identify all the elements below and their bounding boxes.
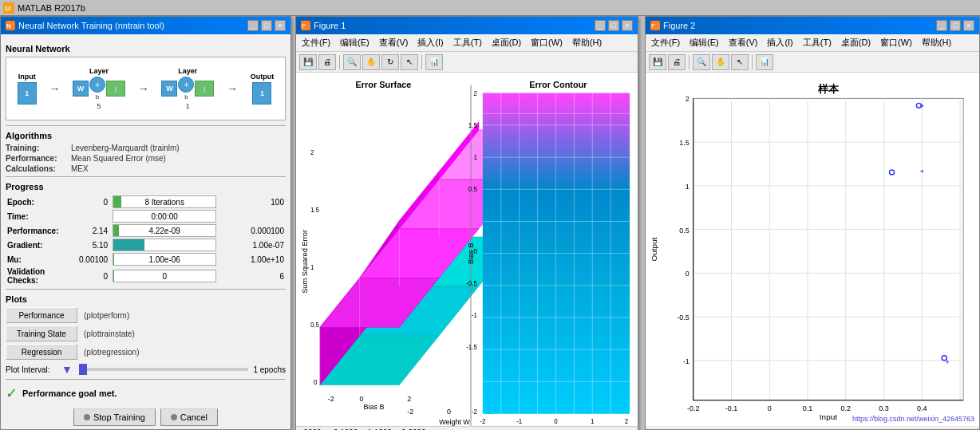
- performance-plot-fn: (plotperform): [84, 311, 129, 320]
- figure1-menu-file[interactable]: 文件(F): [299, 36, 333, 49]
- performance-plot-button[interactable]: Performance: [6, 307, 77, 323]
- training-state-plot-button[interactable]: Training State: [6, 325, 77, 341]
- figure2-close[interactable]: ×: [963, 20, 974, 31]
- fig2-tool-data[interactable]: 📊: [756, 54, 773, 70]
- figure1-maximize[interactable]: □: [608, 20, 619, 31]
- fig1-tool-data[interactable]: 📊: [425, 54, 443, 70]
- plot-interval-row: Plot Interval: ▼ 1 epochs: [6, 363, 286, 376]
- training-state-plot-fn: (plottrainstate): [84, 329, 135, 338]
- layer2-node: Layer W + b ∫ 1: [161, 67, 214, 110]
- svg-text:Weight W: Weight W: [439, 418, 470, 426]
- watermark-text: https://blog.csdn.net/weixin_42645763: [852, 415, 974, 423]
- fig1-tool-save[interactable]: 💾: [299, 54, 317, 70]
- figure1-bottom: -0000 -0.1999 1.1999 2.0000: [296, 426, 638, 430]
- arrow1: →: [49, 82, 60, 95]
- val-checks-label: Validation Checks:: [6, 266, 77, 286]
- figure1-menu-edit[interactable]: 编辑(E): [338, 36, 372, 49]
- epoch-label: Epoch:: [6, 195, 77, 209]
- figure2-menu-window[interactable]: 窗口(W): [878, 36, 915, 49]
- figure1-svg: Error Surface Sum Squared Error: [296, 73, 638, 426]
- interval-arrow-icon: ▼: [61, 363, 73, 376]
- figure2-menu-view[interactable]: 查看(V): [726, 36, 761, 49]
- mu-left: 0.00100: [77, 252, 111, 266]
- layer1-label: Layer: [89, 67, 109, 75]
- fig2-tool-save[interactable]: 💾: [649, 54, 666, 70]
- act-box-2: ∫: [195, 81, 214, 97]
- fig2-toolbar-sep2: [752, 55, 753, 69]
- svg-text:2: 2: [310, 149, 314, 156]
- svg-text:+: +: [920, 168, 924, 176]
- perf-progress-bar: 4.22e-09: [113, 224, 216, 237]
- figure2-maximize[interactable]: □: [950, 20, 961, 31]
- output-label: Output: [251, 73, 275, 81]
- cancel-button[interactable]: Cancel: [160, 408, 218, 426]
- fig1-tool-pan[interactable]: ✋: [362, 54, 380, 70]
- perf-bar-text: 4.22e-09: [113, 227, 215, 235]
- minimize-button[interactable]: _: [247, 20, 259, 31]
- figure1-menu-window[interactable]: 窗口(W): [528, 36, 565, 49]
- nn-window-title: Neural Network Training (nntrain tool): [18, 21, 164, 30]
- svg-text:0.1: 0.1: [803, 404, 812, 412]
- layer2-count: 1: [186, 102, 190, 110]
- figure2-minimize[interactable]: _: [936, 20, 947, 31]
- figure2-menu-insert[interactable]: 插入(I): [765, 36, 795, 49]
- plot-interval-slider[interactable]: [79, 368, 249, 371]
- figure2-menu-desktop[interactable]: 桌面(D): [839, 36, 873, 49]
- figure1-menu-tools[interactable]: 工具(T): [451, 36, 484, 49]
- figure2-menu-edit[interactable]: 编辑(E): [687, 36, 721, 49]
- figure1-close[interactable]: ×: [622, 20, 633, 31]
- fig1-tool-rotate[interactable]: ↻: [381, 54, 399, 70]
- val-checks-left: 0: [77, 266, 111, 286]
- close-button[interactable]: ×: [275, 20, 286, 31]
- progress-table: Epoch: 0 8 Iterations 100 Time: 0:00:00: [6, 195, 286, 286]
- performance-plot-row: Performance (plotperform): [6, 307, 286, 323]
- arrow2: →: [138, 82, 149, 95]
- epoch-right: 100: [246, 195, 286, 209]
- gradient-bar-text: 3.33e-05: [113, 241, 215, 250]
- svg-text:0.4: 0.4: [917, 404, 927, 412]
- figure2-menu-file[interactable]: 文件(F): [649, 36, 682, 49]
- regression-plot-row: Regression (plotregression): [6, 344, 286, 360]
- fig2-tool-pan[interactable]: ✋: [712, 54, 729, 70]
- svg-text:Error Surface: Error Surface: [356, 79, 412, 89]
- gradient-progress-bar: 3.33e-05: [113, 239, 216, 251]
- epoch-row: Epoch: 0 8 Iterations 100: [6, 195, 286, 209]
- figure1-menu-view[interactable]: 查看(V): [377, 36, 411, 49]
- training-state-plot-row: Training State (plottrainstate): [6, 325, 286, 341]
- svg-text:-0.5: -0.5: [466, 280, 477, 287]
- figure1-menu-insert[interactable]: 插入(I): [415, 36, 445, 49]
- fig1-tool-cursor[interactable]: ↖: [401, 54, 418, 70]
- maximize-button[interactable]: □: [261, 20, 272, 31]
- figure2-titlebar: F Figure 2 _ □ ×: [646, 17, 979, 34]
- figure1-window: F Figure 1 _ □ × 文件(F) 编辑(E) 查看(V) 插入(I)…: [295, 16, 638, 430]
- figure2-menu-help[interactable]: 帮助(H): [919, 36, 954, 49]
- mu-right: 1.00e+10: [246, 252, 286, 266]
- svg-text:-0.5: -0.5: [677, 314, 689, 322]
- mu-row: Mu: 0.00100 1.00e-06 1.00e+10: [6, 252, 286, 266]
- figure1-content: Error Surface Sum Squared Error: [296, 73, 638, 426]
- fig2-tool-cursor[interactable]: ↖: [731, 54, 749, 70]
- perf-right: 0.000100: [246, 223, 286, 238]
- nn-training-window: N Neural Network Training (nntrain tool)…: [0, 16, 291, 430]
- time-progress-bar: 0:00:00: [113, 210, 216, 223]
- stop-training-button[interactable]: Stop Training: [73, 408, 156, 426]
- svg-text:-1: -1: [683, 357, 690, 365]
- epoch-progress-bar: 8 Iterations: [113, 195, 216, 208]
- figure1-minimize[interactable]: _: [595, 20, 606, 31]
- figure1-titlebar: F Figure 1 _ □ ×: [296, 17, 638, 34]
- training-algo-value: Levenberg-Marquardt (trainlm): [71, 144, 180, 152]
- svg-text:1: 1: [686, 183, 690, 191]
- figure1-menu-desktop[interactable]: 桌面(D): [489, 36, 524, 49]
- fig1-tool-print[interactable]: 🖨: [318, 54, 336, 70]
- fig2-tool-zoom[interactable]: 🔍: [693, 54, 710, 70]
- figure2-menu-tools[interactable]: 工具(T): [800, 36, 834, 49]
- taskbar: M MATLAB R2017b: [0, 0, 980, 16]
- figure1-menu-help[interactable]: 帮助(H): [570, 36, 604, 49]
- output-box: 1: [252, 82, 271, 105]
- sum-box-1: +: [89, 77, 105, 93]
- fig2-tool-print[interactable]: 🖨: [668, 54, 686, 70]
- input-box: 1: [18, 82, 37, 105]
- fig1-tool-zoom[interactable]: 🔍: [343, 54, 361, 70]
- w-box-2: W: [161, 81, 177, 97]
- regression-plot-button[interactable]: Regression: [6, 344, 77, 360]
